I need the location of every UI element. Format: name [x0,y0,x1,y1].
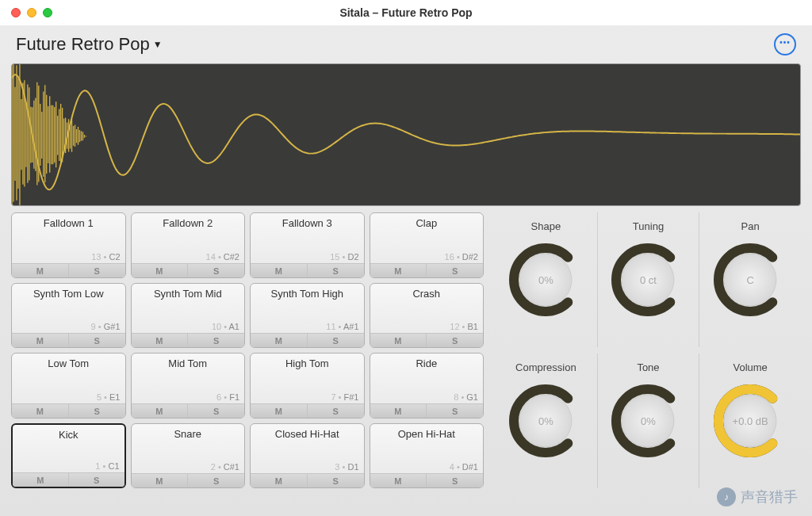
pad-body: High Tom 7 • F#1 [251,354,364,403]
mute-button[interactable]: M [12,404,69,418]
pad-9[interactable]: Synth Tom Low 9 • G#1 M S [11,283,126,349]
mute-button[interactable]: M [370,474,427,487]
knob-control[interactable]: 0% [506,381,585,461]
solo-button[interactable]: S [427,264,483,277]
solo-button[interactable]: S [188,264,244,277]
knob-control[interactable]: +0.0 dB [710,381,790,461]
pad-15[interactable]: Falldown 3 15 • D2 M S [250,212,365,278]
pad-note: A1 [229,322,239,331]
mute-button[interactable]: M [132,474,189,487]
pad-note: F1 [229,392,239,402]
maximize-icon[interactable] [43,8,52,17]
pad-meta: 15 • D2 [330,252,358,262]
pad-16[interactable]: Clap 16 • D#2 M S [370,212,485,278]
solo-button[interactable]: S [188,404,244,418]
pad-6[interactable]: Mid Tom 6 • F1 M S [131,353,246,419]
mute-button[interactable]: M [12,334,69,347]
knob-value: +0.0 dB [710,415,790,427]
pad-7[interactable]: High Tom 7 • F#1 M S [250,353,365,419]
pad-body: Falldown 1 13 • C2 [12,213,125,263]
solo-button[interactable]: S [427,334,483,347]
pad-index: 3 [335,462,339,472]
pad-mute-solo: M S [132,473,245,487]
pad-12[interactable]: Crash 12 • B1 M S [370,283,485,349]
solo-button[interactable]: S [188,474,244,487]
pad-body: Synth Tom High 11 • A#1 [251,284,364,334]
pad-name: Falldown 2 [132,213,245,229]
pad-name: Kick [13,425,124,441]
mute-button[interactable]: M [12,264,69,277]
knob-control[interactable]: 0% [608,381,688,461]
mute-button[interactable]: M [370,334,427,347]
pad-meta: 2 • C#1 [211,462,239,472]
close-icon[interactable] [11,8,21,17]
pad-mute-solo: M S [370,403,484,418]
pad-name: Crash [370,284,484,300]
solo-button[interactable]: S [69,264,125,277]
solo-button[interactable]: S [308,334,364,347]
solo-button[interactable]: S [427,404,483,418]
solo-button[interactable]: S [69,404,125,418]
mute-button[interactable]: M [251,334,308,347]
pad-13[interactable]: Falldown 1 13 • C2 M S [11,212,126,278]
solo-button[interactable]: S [427,474,483,487]
pad-2[interactable]: Snare 2 • C#1 M S [131,423,246,489]
mute-button[interactable]: M [132,404,189,418]
content-area: Future Retro Pop ▼ ••• Falldown 1 13 • C… [0,25,812,516]
pad-mute-solo: M S [251,403,364,418]
knob-control[interactable]: 0 ct [608,240,688,319]
solo-button[interactable]: S [308,264,364,277]
pad-meta: 14 • C#2 [206,252,239,262]
pad-name: Closed Hi-Hat [251,424,364,440]
knob-value: 0% [506,274,585,286]
pad-14[interactable]: Falldown 2 14 • C#2 M S [131,212,246,278]
waveform-display[interactable] [11,63,801,206]
mute-button[interactable]: M [370,404,427,418]
pad-1[interactable]: Kick 1 • C1 M S [11,423,126,489]
more-options-button[interactable]: ••• [774,33,796,55]
mute-button[interactable]: M [370,264,427,277]
pad-name: Ride [370,354,484,369]
pad-note: D#1 [462,462,478,472]
pad-8[interactable]: Ride 8 • G1 M S [370,353,485,419]
solo-button[interactable]: S [69,473,124,487]
mute-button[interactable]: M [132,334,189,347]
mute-button[interactable]: M [132,264,189,277]
pad-11[interactable]: Synth Tom High 11 • A#1 M S [250,283,365,349]
pad-index: 13 [91,252,101,262]
minimize-icon[interactable] [27,8,36,17]
kit-name-dropdown[interactable]: Future Retro Pop ▼ [16,34,163,55]
pad-mute-solo: M S [370,473,484,487]
pad-3[interactable]: Closed Hi-Hat 3 • D1 M S [250,423,365,489]
knob-tone: Tone 0% [597,354,699,488]
mute-button[interactable]: M [251,264,308,277]
pad-note: E1 [109,392,120,402]
pad-index: 11 [326,322,335,331]
pad-10[interactable]: Synth Tom Mid 10 • A1 M S [131,283,246,349]
knob-control[interactable]: 0% [506,240,585,319]
pad-mute-solo: M S [251,333,364,347]
knob-control[interactable]: C [710,240,790,319]
mute-button[interactable]: M [251,474,308,487]
pad-name: Synth Tom Low [12,284,125,300]
pad-note: G1 [466,392,478,402]
pad-index: 2 [211,462,216,472]
knob-label: Pan [741,220,760,232]
pad-note: D1 [347,462,358,472]
pad-5[interactable]: Low Tom 5 • E1 M S [11,353,126,419]
solo-button[interactable]: S [308,404,364,418]
knob-shape: Shape 0% [495,212,597,347]
pad-mute-solo: M S [12,403,125,418]
solo-button[interactable]: S [188,334,244,347]
pad-name: Snare [132,424,245,440]
mute-button[interactable]: M [251,404,308,418]
mute-button[interactable]: M [13,473,69,487]
knob-label: Tone [637,361,659,373]
pad-4[interactable]: Open Hi-Hat 4 • D#1 M S [370,423,485,489]
solo-button[interactable]: S [308,474,364,487]
pad-body: Clap 16 • D#2 [370,213,484,263]
pad-index: 9 [91,322,96,331]
pad-index: 10 [212,322,221,331]
kit-name-text: Future Retro Pop [16,34,150,55]
solo-button[interactable]: S [69,334,125,347]
